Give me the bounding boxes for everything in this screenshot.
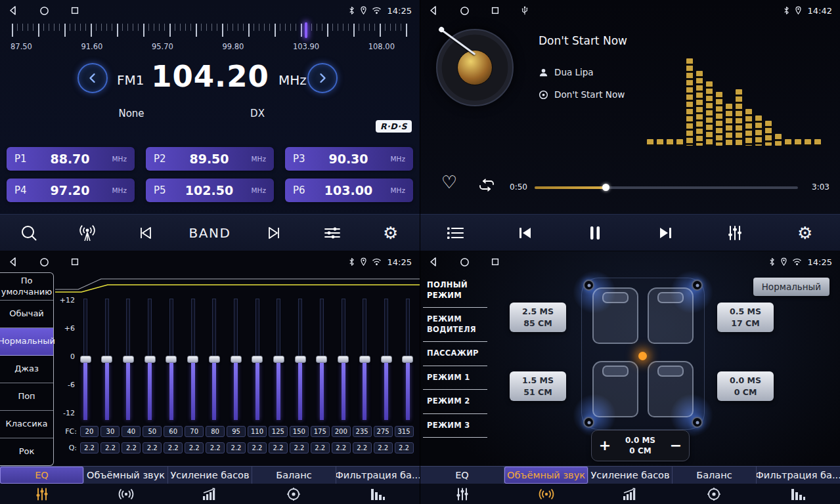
seek-bar[interactable] [535,186,798,189]
eq-preset-default[interactable]: По умолчанию [0,273,53,301]
home-icon[interactable] [39,257,49,267]
previous-track-button[interactable] [510,225,541,241]
eq-slider-handle[interactable] [252,356,263,363]
tab-filter[interactable]: Фильтрация ба... [336,467,420,484]
recents-icon[interactable] [491,6,500,15]
eq-band-slider-110[interactable] [251,299,264,420]
seek-bar-knob[interactable] [602,184,609,191]
mode-2[interactable]: РЕЖИМ 2 [423,390,487,414]
rear-left-delay-button[interactable]: 1.5 MS 51 CM [510,371,566,401]
eq-band-slider-125[interactable] [272,299,285,420]
tab-filter-icon[interactable] [336,488,420,501]
surround-preset-button[interactable]: Нормальный [753,278,829,296]
rear-right-delay-button[interactable]: 0.0 MS 0 CM [717,371,774,401]
eq-preset-pop[interactable]: Поп [0,383,53,411]
mode-1[interactable]: РЕЖИМ 1 [423,366,487,390]
tab-balance[interactable]: Баланс [673,467,757,484]
delay-decrease-button[interactable]: − [663,438,689,453]
eq-band-slider-315[interactable] [401,299,414,420]
recents-icon[interactable] [491,257,500,266]
eq-preset-jazz[interactable]: Джаз [0,356,53,383]
eq-slider-handle[interactable] [295,356,306,363]
mode-driver[interactable]: РЕЖИМ ВОДИТЕЛЯ [423,308,487,342]
next-station-button[interactable] [259,226,289,240]
pause-button[interactable] [580,224,610,242]
tab-balance-icon[interactable] [672,487,756,501]
back-icon[interactable] [428,5,439,16]
preset-button-p3[interactable]: P390.30MHz [285,147,413,171]
next-track-button[interactable] [650,225,680,241]
eq-slider-handle[interactable] [101,356,112,363]
eq-slider-handle[interactable] [381,356,392,363]
eq-slider-handle[interactable] [273,356,284,363]
preset-button-p6[interactable]: P6103.00MHz [285,178,413,202]
eq-band-slider-95[interactable] [229,299,242,420]
eq-band-slider-30[interactable] [100,299,114,420]
eq-slider-handle[interactable] [80,356,91,363]
tab-surround-sound[interactable]: Объёмный звук [504,467,588,484]
back-icon[interactable] [428,257,439,267]
eq-preset-normal[interactable]: Нормальный [0,328,53,356]
tab-filter[interactable]: Фильтрация ба... [757,467,840,484]
front-left-delay-button[interactable]: 2.5 MS 85 CM [510,303,566,332]
tab-surround-sound[interactable]: Объёмный звук [84,467,168,484]
tab-bass-boost-icon[interactable] [168,488,252,501]
band-button[interactable]: BAND [189,225,231,241]
back-icon[interactable] [8,257,18,267]
mode-3[interactable]: РЕЖИМ 3 [423,414,487,438]
eq-slider-handle[interactable] [209,356,220,363]
home-icon[interactable] [39,6,49,16]
tab-eq[interactable]: EQ [420,467,504,484]
favorite-button[interactable]: ♡ [441,173,457,191]
preset-button-p4[interactable]: P497.20MHz [7,178,135,202]
preset-button-p1[interactable]: P188.70MHz [7,147,135,171]
delay-increase-button[interactable]: + [592,438,618,453]
eq-slider-handle[interactable] [166,356,177,363]
back-icon[interactable] [8,5,18,16]
recents-icon[interactable] [70,6,79,15]
eq-settings-button[interactable] [317,225,347,241]
tune-up-button[interactable] [307,63,338,93]
frequency-scale[interactable] [12,24,408,38]
listening-position-dot[interactable] [638,352,647,360]
tab-bass-boost[interactable]: Усиление басов [588,467,673,484]
eq-band-slider-80[interactable] [208,299,221,420]
settings-button[interactable]: ⚙ [376,224,406,242]
recents-icon[interactable] [70,257,79,266]
preset-button-p5[interactable]: P5102.50MHz [146,178,274,202]
tab-bass-boost[interactable]: Усиление басов [168,467,252,484]
eq-band-slider-175[interactable] [315,299,328,420]
eq-preset-custom[interactable]: Обычай [0,301,53,328]
mode-passenger[interactable]: ПАССАЖИР [423,342,487,366]
home-icon[interactable] [460,257,470,267]
prev-station-button[interactable] [131,226,161,240]
eq-band-slider-40[interactable] [122,299,135,420]
mode-full[interactable]: ПОЛНЫЙ РЕЖИМ [423,274,487,308]
eq-band-slider-150[interactable] [294,299,307,420]
eq-band-slider-275[interactable] [380,299,393,420]
equalizer-button[interactable] [720,224,750,242]
eq-band-slider-50[interactable] [143,299,156,420]
tab-balance[interactable]: Баланс [252,467,336,484]
tab-eq[interactable]: EQ [0,467,84,484]
tab-surround-sound-icon[interactable] [84,488,168,501]
eq-band-slider-200[interactable] [337,299,350,420]
eq-slider-handle[interactable] [359,356,370,363]
settings-button[interactable]: ⚙ [790,224,820,242]
tab-filter-icon[interactable] [756,488,840,501]
home-icon[interactable] [460,6,470,16]
tab-bass-boost-icon[interactable] [588,488,673,501]
tab-eq-icon[interactable] [0,487,84,501]
eq-slider-handle[interactable] [338,356,349,363]
eq-slider-handle[interactable] [187,356,198,363]
eq-slider-handle[interactable] [123,356,134,363]
tab-surround-sound-icon[interactable] [504,488,588,501]
eq-band-slider-60[interactable] [165,299,178,420]
eq-slider-handle[interactable] [402,356,413,363]
eq-band-slider-20[interactable] [79,299,92,420]
front-right-delay-button[interactable]: 0.5 MS 17 CM [717,303,774,332]
broadcast-scan-button[interactable] [72,224,102,242]
preset-button-p2[interactable]: P289.50MHz [146,147,274,171]
repeat-button[interactable] [478,178,495,192]
eq-slider-handle[interactable] [316,356,327,363]
